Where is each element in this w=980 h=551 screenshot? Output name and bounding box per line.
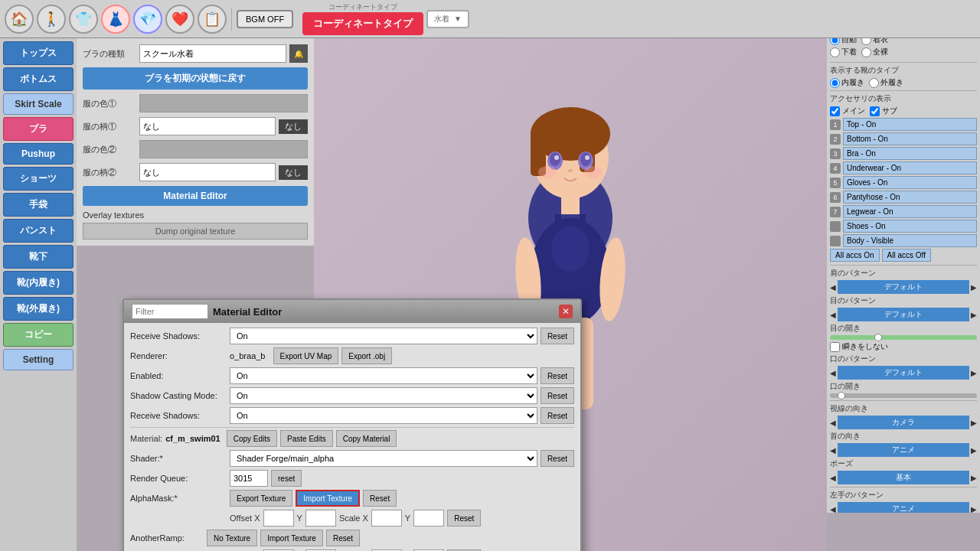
gloves-on-button[interactable]: Gloves - On xyxy=(843,176,977,189)
pantyhose-on-button[interactable]: Pantyhose - On xyxy=(843,191,977,204)
all-accs-on-button[interactable]: All accs On xyxy=(830,249,880,262)
bottom-radio-input[interactable] xyxy=(830,47,840,57)
shoes-on-button[interactable]: Shoes - On xyxy=(843,220,977,233)
shadow-casting-select[interactable]: OnOff xyxy=(230,387,537,404)
main-checkbox[interactable] xyxy=(830,106,840,116)
copy-edits-button[interactable]: Copy Edits xyxy=(227,430,277,447)
lh-right-arrow[interactable]: ▶ xyxy=(971,505,977,514)
camera-dropdown[interactable]: ◀ カメラ ▶ xyxy=(830,416,977,429)
sidebar-item-inner-shoes[interactable]: 靴(内履き) xyxy=(3,271,74,295)
mouth-open-thumb[interactable] xyxy=(838,392,845,399)
coord-type-button[interactable]: コーディネートタイプ xyxy=(302,12,423,35)
shoulder-left-arrow[interactable]: ◀ xyxy=(830,283,836,292)
render-queue-reset[interactable]: reset xyxy=(271,470,302,487)
alphamask-scale-y[interactable]: 1 xyxy=(413,510,444,527)
outer-radio-input[interactable] xyxy=(869,78,879,88)
eye-open-thumb[interactable] xyxy=(874,334,882,341)
shoulder-dropdown[interactable]: ◀ デフォルト ▶ xyxy=(830,280,977,294)
inner-radio-input[interactable] xyxy=(830,78,840,88)
anim-left-arrow[interactable]: ◀ xyxy=(830,446,836,455)
mouth-dropdown[interactable]: ◀ デフォルト ▶ xyxy=(830,366,977,380)
sidebar-item-pantyhose[interactable]: パンスト xyxy=(3,219,74,243)
mouth-left-arrow[interactable]: ◀ xyxy=(830,369,836,377)
coord-dropdown[interactable]: 水着 ▼ xyxy=(426,10,469,28)
no-texture-button[interactable]: No Texture xyxy=(207,530,257,546)
sidebar-item-setting[interactable]: Setting xyxy=(3,349,74,370)
pattern2-nashi-btn[interactable]: なし xyxy=(279,165,308,180)
import-texture-button[interactable]: Import Texture xyxy=(296,490,360,507)
pattern2-input[interactable] xyxy=(139,163,276,181)
pattern1-nashi-btn[interactable]: なし xyxy=(279,119,308,134)
eye-dropdown[interactable]: ◀ デフォルト ▶ xyxy=(830,308,977,321)
receive-shadows2-reset[interactable]: Reset xyxy=(541,407,574,424)
alphamask-reset[interactable]: Reset xyxy=(363,490,397,507)
eye-right-arrow[interactable]: ▶ xyxy=(971,311,977,319)
anim-right-arrow[interactable]: ▶ xyxy=(971,446,977,455)
sidebar-item-gloves[interactable]: 手袋 xyxy=(3,193,74,217)
left-hand-dropdown[interactable]: ◀ アニメ ▶ xyxy=(830,502,977,513)
basic-right-arrow[interactable]: ▶ xyxy=(971,474,977,482)
shirt-icon-btn[interactable]: 👕 xyxy=(69,5,98,34)
eye-left-arrow[interactable]: ◀ xyxy=(830,311,836,319)
color1-swatch[interactable] xyxy=(139,94,308,112)
sidebar-item-copy[interactable]: コピー xyxy=(3,323,74,347)
anotherramp-import-button[interactable]: Import Texture xyxy=(260,530,323,546)
all-accs-off-button[interactable]: All accs Off xyxy=(882,249,931,262)
top-on-button[interactable]: Top - On xyxy=(843,118,977,131)
eye-open-track[interactable] xyxy=(830,335,977,340)
pattern1-input[interactable] xyxy=(139,117,276,135)
color2-swatch[interactable] xyxy=(139,140,308,158)
copy-material-button[interactable]: Copy Material xyxy=(336,430,397,447)
bgm-button[interactable]: BGM OFF xyxy=(237,10,293,28)
enabled-select[interactable]: OnOff xyxy=(230,367,537,384)
legwear-on-button[interactable]: Legwear - On xyxy=(843,205,977,218)
person-icon-btn[interactable]: 🚶 xyxy=(37,5,66,34)
sidebar-item-tops[interactable]: トップス xyxy=(3,41,74,65)
sidebar-item-bottoms[interactable]: ボトムス xyxy=(3,67,74,91)
alphamask-offset-x[interactable]: 0 xyxy=(263,510,294,527)
home-icon-btn[interactable]: 🏠 xyxy=(5,5,34,34)
lh-left-arrow[interactable]: ◀ xyxy=(830,505,836,514)
sidebar-item-outer-shoes[interactable]: 靴(外履き) xyxy=(3,297,74,321)
paste-edits-button[interactable]: Paste Edits xyxy=(280,430,333,447)
alphamask-offset-y[interactable]: 0 xyxy=(305,510,336,527)
sidebar-item-pushup[interactable]: Pushup xyxy=(3,143,74,165)
mouth-open-track[interactable] xyxy=(830,393,977,398)
filter-input[interactable] xyxy=(132,304,208,319)
shader-reset[interactable]: Reset xyxy=(541,450,574,467)
reset-bra-button[interactable]: ブラを初期の状態に戻す xyxy=(83,67,308,90)
shoulder-right-arrow[interactable]: ▶ xyxy=(971,283,977,292)
heart-icon-btn[interactable]: ❤️ xyxy=(165,5,194,34)
close-button[interactable]: ✕ xyxy=(559,305,573,318)
inner-radio[interactable]: 内履き xyxy=(830,77,864,88)
no-blink-checkbox[interactable] xyxy=(830,342,840,352)
shader-select[interactable]: Shader Forge/main_alpha xyxy=(230,450,537,467)
bottom-radio[interactable]: 下着 xyxy=(830,47,857,57)
alphamask-scale-x[interactable]: 1 xyxy=(371,510,402,527)
basic-left-arrow[interactable]: ◀ xyxy=(830,474,836,482)
all-radio-input[interactable] xyxy=(861,47,871,57)
basic-dropdown[interactable]: ◀ 基本 ▶ xyxy=(830,471,977,484)
outer-radio[interactable]: 外履き xyxy=(869,77,903,88)
all-radio[interactable]: 全裸 xyxy=(861,47,888,57)
shadow-casting-reset[interactable]: Reset xyxy=(541,387,574,404)
render-queue-input[interactable] xyxy=(230,470,268,487)
underwear-on-button[interactable]: Underwear - On xyxy=(843,161,977,174)
dump-texture-button[interactable]: Dump original texture xyxy=(83,223,308,240)
receive-shadows-select[interactable]: OnOff xyxy=(230,328,537,344)
anim-dropdown[interactable]: ◀ アニメ ▶ xyxy=(830,443,977,457)
export-obj-button[interactable]: Export .obj xyxy=(341,347,392,364)
gem-icon-btn[interactable]: 💎 xyxy=(133,5,162,34)
enabled-reset[interactable]: Reset xyxy=(541,367,574,384)
book-icon-btn[interactable]: 📋 xyxy=(198,5,227,34)
receive-shadows2-select[interactable]: OnOff xyxy=(230,407,537,424)
receive-shadows-reset[interactable]: Reset xyxy=(541,328,574,344)
bottom-on-button[interactable]: Bottom - On xyxy=(843,132,977,145)
anotherramp-reset[interactable]: Reset xyxy=(326,530,360,546)
sidebar-item-socks[interactable]: 靴下 xyxy=(3,245,74,269)
sidebar-item-shorts[interactable]: ショーツ xyxy=(3,167,74,191)
material-editor-button[interactable]: Material Editor xyxy=(83,186,308,206)
sidebar-item-skirt-scale[interactable]: Skirt Scale xyxy=(3,93,74,115)
bra-type-input[interactable] xyxy=(139,44,286,63)
bra-on-button[interactable]: Bra - On xyxy=(843,147,977,160)
